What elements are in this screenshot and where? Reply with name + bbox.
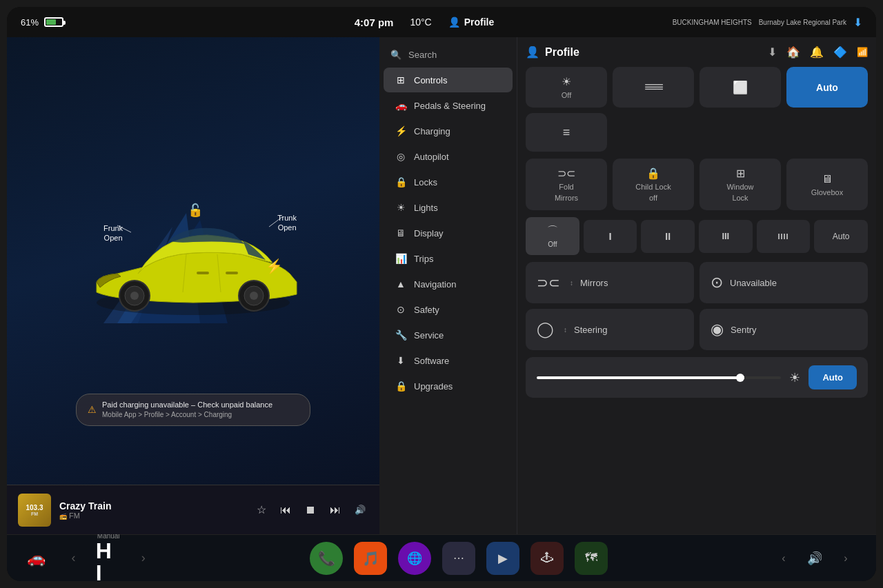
defrost-rear-button[interactable]: ≡≡≡ — [613, 67, 694, 108]
svg-point-6 — [130, 292, 139, 300]
upgrades-icon: 🔒 — [395, 381, 407, 392]
glovebox-label: Glovebox — [811, 188, 843, 196]
bluetooth-icon[interactable]: 🔷 — [833, 45, 847, 59]
pedals-label: Pedals & Steering — [414, 101, 486, 111]
forward-arrow-button[interactable]: › — [128, 542, 159, 575]
unavailable-card[interactable]: ⊙ Unavailable — [700, 262, 868, 303]
sidebar-item-pedals[interactable]: 🚗 Pedals & Steering — [384, 93, 513, 118]
sidebar-item-safety[interactable]: ⊙ Safety — [384, 297, 513, 322]
brightness-slider[interactable] — [537, 376, 781, 379]
volume-icon: 🔊 — [807, 551, 822, 566]
fold-mirrors-label2: Mirrors — [555, 194, 578, 202]
wiper-off-button[interactable]: ⌒ Off — [526, 217, 579, 255]
battery-icon — [44, 17, 63, 27]
svg-rect-12 — [197, 272, 209, 274]
sidebar-item-locks[interactable]: 🔒 Locks — [384, 170, 513, 194]
glovebox-icon: 🖥 — [822, 173, 833, 185]
wiper-auto-button[interactable]: Auto — [814, 220, 868, 253]
sidebar-item-controls[interactable]: ⊞ Controls — [384, 68, 513, 92]
taskbar-center: 📞 🎵 🌐 ⋯ ▶ 🕹 🗺 — [159, 542, 759, 575]
profile-person-icon: 👤 — [448, 17, 460, 28]
wiper-speed1-button[interactable]: I — [584, 220, 637, 253]
sidebar-item-upgrades[interactable]: 🔒 Upgrades — [384, 374, 513, 398]
auto-climate-button[interactable]: Auto — [786, 67, 868, 108]
sidebar-item-lights[interactable]: ☀ Lights — [384, 195, 513, 220]
lights-label: Lights — [414, 203, 438, 213]
navigation-icon: ▲ — [395, 278, 407, 290]
mirrors-card-icon: ⊃⊂ — [537, 274, 560, 291]
games-button[interactable]: 🕹 — [530, 542, 564, 575]
controls-icon: ⊞ — [395, 74, 407, 85]
screen-frame: 61% 4:07 pm 10°C 👤 Profile BUCKINGHAM HE… — [7, 7, 876, 581]
sidebar-item-service[interactable]: 🔧 Service — [384, 323, 513, 347]
sidebar-item-autopilot[interactable]: ◎ Autopilot — [384, 144, 513, 169]
locks-label: Locks — [414, 177, 437, 187]
charge-bolt-icon: ⚡ — [266, 258, 283, 274]
next-button[interactable]: ⏭ — [327, 501, 344, 519]
child-lock-button[interactable]: 🔒 Child Lock off — [613, 159, 694, 210]
status-profile[interactable]: 👤 Profile — [448, 17, 495, 28]
status-profile-label: Profile — [464, 17, 495, 28]
more-apps-button[interactable]: ⋯ — [442, 542, 475, 575]
music-subtitle: 📻 FM — [59, 511, 246, 520]
defrost-front-button[interactable]: ⬜ — [700, 67, 781, 108]
audio-settings-button[interactable]: 🔊 — [352, 502, 368, 518]
steering-icon: ◯ — [537, 321, 554, 338]
window-lock-button[interactable]: ⊞ Window Lock — [700, 159, 781, 210]
unavailable-icon: ⊙ — [711, 274, 723, 292]
climate-off-button[interactable]: ☀ Off — [526, 67, 607, 108]
sidebar-nav: 🔍 Search ⊞ Controls 🚗 Pedals & Steering … — [379, 37, 517, 534]
wiper-speed4-button[interactable]: IIII — [757, 220, 811, 253]
mirrors-card-label: Mirrors — [580, 278, 608, 288]
wiper-speed2-button[interactable]: II — [641, 220, 695, 253]
download-icon[interactable]: ⬇ — [853, 16, 862, 29]
left-panel: Frunk Open Trunk Open 🔓 ⚡ — [7, 37, 379, 534]
sidebar-item-navigation[interactable]: ▲ Navigation — [384, 272, 513, 296]
mirrors-card[interactable]: ⊃⊂ ↕ Mirrors — [526, 262, 694, 303]
sentry-card[interactable]: ◉ Sentry — [700, 309, 868, 350]
bell-icon[interactable]: 🔔 — [810, 45, 824, 59]
steering-card[interactable]: ◯ ↕ Steering — [526, 309, 694, 350]
stop-button[interactable]: ⏹ — [302, 501, 319, 519]
phone-button[interactable]: 📞 — [310, 542, 343, 575]
sidebar-item-software[interactable]: ⬇ Software — [384, 348, 513, 373]
seat-heat-button[interactable]: ≡ — [526, 113, 607, 152]
auto-brightness-button[interactable]: Auto — [808, 365, 857, 389]
service-icon: 🔧 — [395, 330, 407, 341]
notification-text: Paid charging unavailable – Check unpaid… — [102, 400, 272, 420]
maps-button[interactable]: 🗺 — [575, 542, 608, 575]
status-bar: 61% 4:07 pm 10°C 👤 Profile BUCKINGHAM HE… — [7, 7, 876, 37]
prev-button[interactable]: ⏮ — [277, 501, 294, 519]
brightness-icon: ☀ — [789, 370, 800, 385]
sidebar-item-charging[interactable]: ⚡ Charging — [384, 119, 513, 143]
software-label: Software — [414, 356, 449, 366]
favorite-button[interactable]: ☆ — [254, 500, 269, 519]
fold-mirrors-button[interactable]: ⊃⊂ Fold Mirrors — [526, 159, 607, 210]
media-button[interactable]: ▶ — [486, 542, 519, 575]
status-bar-center: 4:07 pm 10°C 👤 Profile — [193, 17, 655, 28]
sidebar-item-trips[interactable]: 📊 Trips — [384, 246, 513, 271]
browser-button[interactable]: 🌐 — [398, 542, 431, 575]
steering-label: Steering — [574, 325, 607, 335]
search-item[interactable]: 🔍 Search — [379, 43, 517, 67]
battery-percent: 61% — [21, 17, 39, 28]
download-header-icon[interactable]: ⬇ — [768, 45, 777, 59]
wiper-4-label: IIII — [777, 232, 788, 241]
taskbar-left: 🚗 ‹ Manual H I › — [21, 532, 159, 581]
wiper-3-label: III — [722, 231, 729, 241]
wiper-speed3-button[interactable]: III — [699, 220, 753, 253]
back-arrow-button[interactable]: ‹ — [58, 542, 88, 575]
safety-label: Safety — [414, 305, 439, 315]
child-lock-icon: 🔒 — [646, 167, 660, 180]
gear-display: Manual H I — [96, 532, 121, 581]
car-button[interactable]: 🚗 — [21, 542, 51, 575]
main-content: Frunk Open Trunk Open 🔓 ⚡ — [7, 37, 876, 534]
vol-fwd-button[interactable]: › — [829, 542, 862, 575]
sidebar-item-display[interactable]: 🖥 Display — [384, 221, 513, 245]
glovebox-button[interactable]: 🖥 Glovebox — [786, 159, 868, 210]
signal-icon[interactable]: 📶 — [857, 47, 868, 57]
fold-mirrors-icon: ⊃⊂ — [557, 167, 575, 180]
home-icon[interactable]: 🏠 — [786, 45, 800, 59]
vol-back-button[interactable]: ‹ — [767, 542, 800, 575]
audio-button[interactable]: 🎵 — [354, 542, 387, 575]
